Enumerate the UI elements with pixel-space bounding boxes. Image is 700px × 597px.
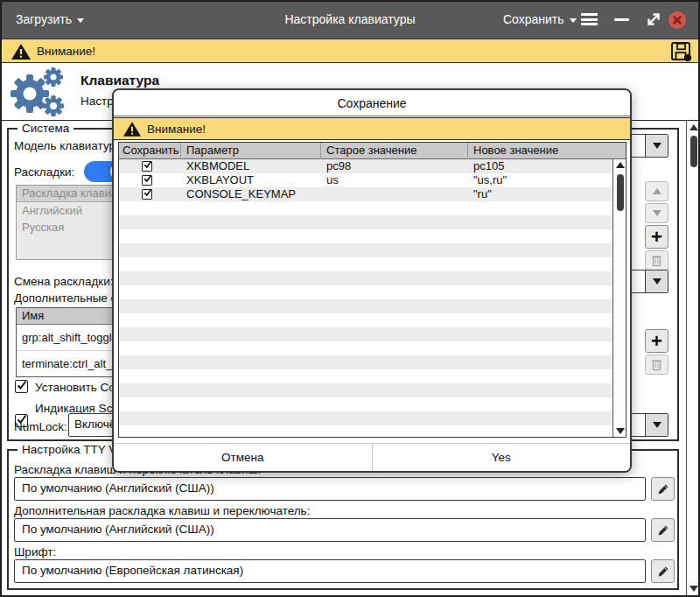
column-header-old: Старое значение	[326, 143, 417, 159]
warning-icon	[10, 43, 32, 60]
pencil-icon	[656, 482, 670, 496]
save-menu-button[interactable]: Сохранить	[503, 0, 577, 39]
dropdown-button[interactable]	[645, 414, 668, 436]
column-header-new: Новое значение	[473, 143, 558, 159]
tty-extra-layout-field[interactable]: По умолчанию (Английский (США))	[14, 518, 646, 542]
maximize-button[interactable]	[645, 11, 662, 32]
changes-table: Сохранить Параметр Старое значение Новое…	[118, 142, 626, 438]
new-value-cell: "ru"	[473, 187, 492, 201]
add-combo-button[interactable]: +	[645, 329, 668, 353]
param-cell: XKBMODEL	[186, 159, 249, 173]
old-value-cell: pc98	[326, 159, 351, 173]
table-row[interactable]: XKBMODEL pc98 pc105	[119, 159, 612, 173]
tty-font-field[interactable]: По умолчанию (Европейская латинская)	[14, 559, 646, 583]
pencil-icon	[656, 523, 670, 537]
arrow-up-icon	[653, 188, 662, 194]
dialog-warning-bar: Внимание!	[114, 117, 630, 140]
edit-tty-layout-button[interactable]	[651, 477, 675, 501]
param-cell: CONSOLE_KEYMAP	[186, 187, 296, 201]
layout-switch-label: Смена раскладки:	[14, 275, 114, 288]
warning-bar: Внимание!	[0, 39, 700, 63]
new-value-cell: "us,ru"	[473, 173, 507, 187]
plus-icon: +	[651, 228, 662, 246]
scrollbar-thumb[interactable]	[690, 136, 697, 167]
dropdown-button[interactable]	[645, 270, 668, 292]
save-menu-label: Сохранить	[503, 12, 564, 26]
plus-icon: +	[651, 333, 662, 350]
expand-icon	[645, 11, 662, 28]
scroll-up-icon[interactable]	[690, 124, 698, 130]
tty-font-label: Шрифт:	[14, 545, 56, 558]
warning-icon	[122, 121, 142, 137]
tty-layout-field[interactable]: По умолчанию (Английский (США))	[14, 477, 646, 501]
table-scrollbar[interactable]	[612, 159, 626, 437]
chevron-down-icon	[653, 278, 662, 284]
check-icon	[144, 174, 152, 183]
dialog-warning-text: Внимание!	[147, 123, 206, 136]
arrow-down-icon	[653, 210, 662, 216]
save-changes-button[interactable]	[670, 41, 693, 62]
scroll-down-icon[interactable]	[616, 428, 625, 434]
chevron-down-icon	[653, 422, 662, 428]
keyboard-model-label: Модель клавиатуры:	[14, 139, 127, 152]
move-down-button[interactable]	[645, 203, 668, 223]
numlock-label: NumLock:	[14, 420, 67, 433]
param-cell: XKBLAYOUT	[186, 173, 254, 187]
check-icon	[144, 160, 152, 169]
cancel-button[interactable]: Отмена	[114, 444, 373, 471]
trash-icon	[651, 358, 662, 371]
column-header-save: Сохранить	[122, 143, 179, 159]
old-value-cell: us	[326, 173, 339, 187]
column-header-param: Параметр	[186, 143, 239, 159]
pencil-icon	[656, 565, 670, 579]
dialog-title: Сохранение	[114, 90, 630, 116]
check-icon	[17, 380, 27, 390]
system-legend: Система	[18, 122, 74, 135]
close-icon	[668, 11, 686, 29]
gears-icon	[7, 67, 70, 118]
row-checkbox[interactable]	[142, 189, 152, 200]
layouts-label: Раскладки:	[14, 165, 74, 179]
row-checkbox[interactable]	[142, 161, 152, 172]
close-button[interactable]	[668, 11, 686, 29]
scroll-down-icon[interactable]	[690, 586, 698, 592]
scrollbar-thumb[interactable]	[617, 174, 624, 211]
table-row[interactable]: XKBLAYOUT us "us,ru"	[119, 173, 612, 187]
dropdown-button[interactable]	[645, 135, 668, 157]
scroll-up-icon[interactable]	[616, 162, 625, 168]
edit-tty-extra-layout-button[interactable]	[651, 518, 675, 542]
delete-layout-button[interactable]	[645, 250, 668, 270]
dialog-buttons: Отмена Yes	[114, 443, 630, 471]
compose-checkbox[interactable]	[15, 380, 28, 393]
minimize-button[interactable]	[614, 18, 629, 21]
warning-text: Внимание!	[37, 45, 95, 58]
titlebar: Загрузить Настройка клавиатуры Сохранить	[0, 0, 700, 39]
menu-hamburger-icon[interactable]	[581, 13, 598, 25]
keyboard-settings-window: Загрузить Настройка клавиатуры Сохранить	[0, 0, 700, 597]
row-checkbox[interactable]	[142, 175, 152, 186]
check-icon	[144, 188, 152, 197]
yes-button[interactable]: Yes	[373, 444, 631, 471]
page-title: Клавиатура	[80, 73, 159, 88]
add-layout-button[interactable]: +	[645, 225, 668, 249]
chevron-down-icon	[570, 18, 577, 23]
delete-combo-button[interactable]	[645, 355, 668, 375]
save-dialog: Сохранение Внимание! Сохранить Параметр …	[112, 88, 632, 473]
edit-tty-font-button[interactable]	[651, 559, 675, 583]
table-row[interactable]: CONSOLE_KEYMAP "ru"	[119, 187, 612, 201]
tty-extra-layout-label: Дополнительная раскладка клавиш и перекл…	[14, 504, 310, 517]
new-value-cell: pc105	[473, 159, 504, 173]
main-scrollbar[interactable]	[686, 121, 699, 596]
chevron-down-icon	[653, 143, 662, 149]
trash-icon	[651, 254, 662, 267]
table-body: XKBMODEL pc98 pc105 XKBLAYOUT us "us,ru"	[119, 159, 612, 437]
move-up-button[interactable]	[645, 181, 668, 201]
floppy-save-icon	[670, 41, 693, 62]
table-header: Сохранить Параметр Старое значение Новое…	[119, 143, 626, 159]
